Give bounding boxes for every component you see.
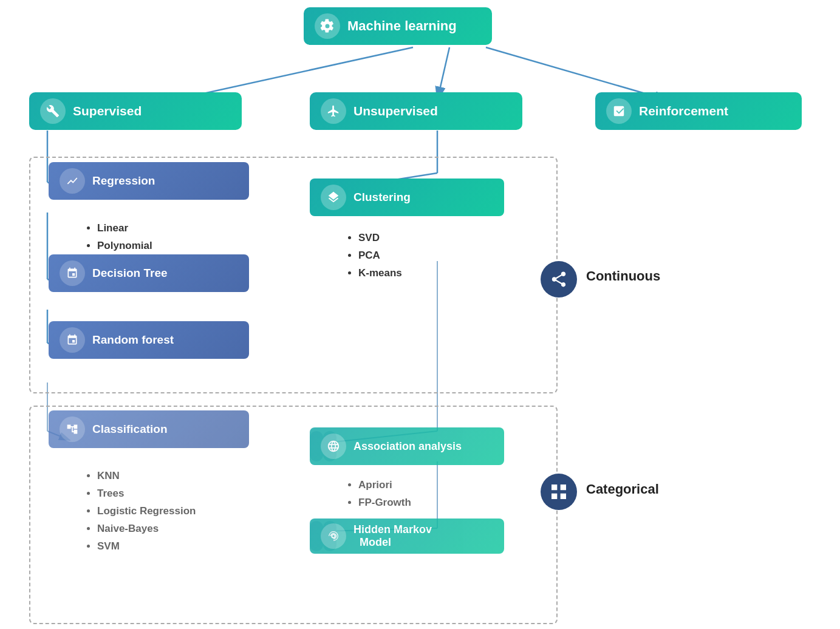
layers-icon	[321, 185, 346, 210]
association-item-fpgrowth: FP-Growth	[358, 494, 411, 512]
gear-icon	[315, 13, 340, 39]
machine-learning-label: Machine learning	[347, 18, 457, 34]
regression-label: Regression	[92, 174, 155, 188]
globe-icon	[321, 433, 346, 459]
reinforcement-node: Reinforcement	[595, 96, 622, 126]
supervised-node: Supervised	[29, 96, 56, 126]
hidden-markov-node: Hidden Markov Model	[310, 521, 336, 551]
classification-label: Classification	[92, 423, 168, 436]
reinforce-icon	[606, 98, 632, 124]
hidden-markov-line1: Hidden Markov	[353, 523, 432, 536]
clustering-bullets: SVD PCA K-means	[346, 229, 402, 282]
hierarchy-icon	[60, 416, 85, 442]
classification-item-svm: SVM	[97, 538, 196, 556]
clustering-label: Clustering	[353, 191, 411, 204]
association-label: Association analysis	[353, 440, 462, 453]
plane-icon	[321, 98, 346, 124]
random-forest-label: Random forest	[92, 333, 174, 347]
regression-item-1: Linear	[97, 220, 152, 237]
association-bullets: Apriori FP-Growth	[346, 477, 411, 512]
unsupervised-node: Unsupervised	[310, 96, 336, 126]
reinforcement-label: Reinforcement	[639, 104, 728, 118]
clustering-node: Clustering	[310, 182, 336, 212]
machine-learning-node: Machine learning	[304, 11, 330, 41]
clustering-item-pca: PCA	[358, 247, 402, 265]
regression-bullets: Linear Polynomial	[85, 220, 152, 255]
classification-bullets: KNN Trees Logistic Regression Naive-Baye…	[85, 467, 196, 555]
categorical-icon	[541, 474, 577, 510]
svg-point-19	[332, 534, 335, 538]
markov-icon	[321, 523, 346, 549]
classification-item-nb: Naive-Bayes	[97, 520, 196, 538]
continuous-share-icon	[541, 261, 577, 298]
unsupervised-label: Unsupervised	[353, 104, 438, 118]
classification-item-lr: Logistic Regression	[97, 503, 196, 520]
chart-icon	[60, 168, 85, 194]
categorical-label: Categorical	[586, 481, 659, 497]
hidden-markov-line2: Model	[353, 536, 432, 549]
diagram-container: Machine learning Supervised Unsupervised	[12, 6, 826, 619]
association-item-apriori: Apriori	[358, 477, 411, 494]
continuous-label: Continuous	[586, 268, 660, 284]
classification-item-trees: Trees	[97, 485, 196, 503]
wrench-icon	[40, 98, 66, 124]
forest-icon	[60, 327, 85, 353]
clustering-item-kmeans: K-means	[358, 265, 402, 282]
clustering-item-svd: SVD	[358, 229, 402, 247]
supervised-label: Supervised	[73, 104, 142, 118]
classification-item-knn: KNN	[97, 467, 196, 485]
tree-icon	[60, 260, 85, 286]
regression-item-2: Polynomial	[97, 237, 152, 255]
decision-tree-label: Decision Tree	[92, 267, 168, 280]
association-node: Association analysis	[310, 431, 336, 461]
